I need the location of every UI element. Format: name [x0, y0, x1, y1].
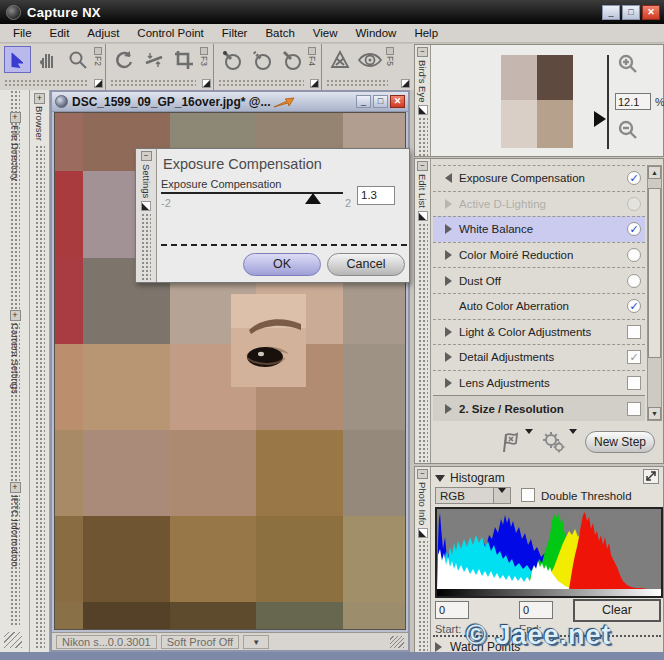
expand-triangle-icon[interactable]: [445, 378, 452, 388]
batch-dropdown-icon[interactable]: [569, 429, 577, 434]
channel-select[interactable]: RGB: [435, 487, 511, 504]
flyout-corner[interactable]: [94, 79, 103, 88]
undock-icon[interactable]: [418, 211, 428, 221]
straighten-tool[interactable]: [140, 46, 167, 73]
apply-checkbox[interactable]: [627, 325, 641, 339]
zoom-tool[interactable]: [64, 46, 91, 73]
color-control-point-tool[interactable]: [326, 46, 353, 73]
collapse-icon[interactable]: −: [141, 151, 152, 161]
window-resize-grip[interactable]: [390, 636, 404, 648]
scrollbar-thumb[interactable]: [648, 188, 661, 358]
batch-gears-icon[interactable]: [541, 430, 567, 454]
toolbar-group-button[interactable]: [386, 47, 394, 55]
exposure-value-input[interactable]: 1.3: [357, 186, 395, 205]
image-maximize-button[interactable]: □: [373, 95, 388, 108]
double-threshold-checkbox[interactable]: [521, 488, 535, 502]
expand-triangle-icon[interactable]: [435, 642, 442, 652]
red-eye-control-point-tool[interactable]: [356, 46, 383, 73]
minimize-button[interactable]: _: [602, 5, 620, 20]
undock-icon[interactable]: [141, 201, 151, 211]
flag-dropdown-icon[interactable]: [525, 429, 533, 434]
chevron-down-icon[interactable]: [493, 488, 510, 503]
histogram-plot[interactable]: [435, 507, 663, 598]
maximize-button[interactable]: □: [622, 5, 640, 20]
flyout-corner[interactable]: [202, 79, 211, 88]
edit-step-dust-off[interactable]: Dust Off: [433, 267, 645, 293]
zoom-slider-track[interactable]: [607, 55, 609, 149]
image-close-button[interactable]: ✕: [390, 95, 405, 108]
collapse-triangle-icon[interactable]: [435, 475, 445, 482]
scroll-down-icon[interactable]: ▼: [648, 407, 661, 420]
edit-step-active-d-lighting[interactable]: Active D-Lighting: [433, 191, 645, 217]
tab-iptc-information[interactable]: +IPTC Information: [5, 482, 25, 567]
photo-info-tab[interactable]: − Photo Info: [415, 467, 431, 659]
edit-step-lens-adjustments[interactable]: Lens Adjustments: [433, 370, 645, 396]
crop-tool[interactable]: [170, 46, 197, 73]
expand-icon[interactable]: +: [10, 310, 21, 321]
birds-eye-thumbnail[interactable]: [501, 55, 573, 148]
soft-proof-dropdown[interactable]: ▼: [243, 635, 269, 649]
menu-filter[interactable]: Filter: [213, 25, 257, 41]
zoom-slider-thumb[interactable]: [594, 111, 606, 127]
expand-panel-button[interactable]: [643, 469, 659, 484]
clear-button[interactable]: Clear: [573, 599, 661, 622]
expand-triangle-icon[interactable]: [445, 352, 452, 362]
expand-triangle-icon[interactable]: [445, 327, 452, 337]
zoom-in-icon[interactable]: [617, 53, 639, 75]
edit-step-2-size-resolution[interactable]: 2. Size / Resolution: [433, 395, 645, 421]
tab-file-directory[interactable]: +File Directory: [5, 112, 25, 181]
toolbar-group-button[interactable]: [94, 47, 102, 55]
expand-triangle-icon[interactable]: [445, 250, 452, 260]
rotate-tool[interactable]: [110, 46, 137, 73]
undock-icon[interactable]: [418, 528, 428, 538]
drag-grip[interactable]: [418, 117, 428, 156]
edit-step-light-color-adjustments[interactable]: Light & Color Adjustments: [433, 319, 645, 345]
flyout-corner[interactable]: [401, 79, 410, 88]
zoom-value-input[interactable]: 12.1: [615, 93, 651, 110]
menu-window[interactable]: Window: [347, 25, 406, 41]
exposure-slider-thumb[interactable]: [305, 193, 321, 204]
edit-step-detail-adjustments[interactable]: Detail Adjustments✓: [433, 344, 645, 370]
edit-step-color-moir-reduction[interactable]: Color Moiré Reduction: [433, 242, 645, 268]
tab-browser[interactable]: Browser: [34, 106, 45, 141]
hand-tool[interactable]: [34, 46, 61, 73]
apply-checkbox[interactable]: [627, 402, 641, 416]
white-control-point-tool[interactable]: [278, 46, 305, 73]
menu-control-point[interactable]: Control Point: [128, 25, 212, 41]
collapse-icon[interactable]: −: [417, 47, 428, 57]
expand-triangle-icon[interactable]: [445, 276, 452, 286]
apply-radio[interactable]: [627, 274, 641, 288]
drag-grip[interactable]: [418, 223, 428, 463]
edit-list-scrollbar[interactable]: ▲ ▼: [647, 165, 662, 421]
expand-icon[interactable]: +: [10, 482, 21, 493]
apply-checkbox[interactable]: ✓: [627, 350, 641, 364]
apply-radio[interactable]: ✓: [627, 299, 641, 313]
collapse-icon[interactable]: −: [417, 161, 428, 171]
tab-camera-settings[interactable]: +Camera Settings: [5, 310, 25, 394]
resize-grip[interactable]: [4, 632, 22, 648]
menu-view[interactable]: View: [304, 25, 347, 41]
pointer-tool[interactable]: [4, 46, 31, 73]
new-step-button[interactable]: New Step: [585, 431, 655, 453]
expand-icon[interactable]: +: [10, 112, 21, 123]
expand-triangle-icon[interactable]: [445, 199, 452, 209]
edit-step-auto-color-aberration[interactable]: Auto Color Aberration✓: [433, 293, 645, 319]
menu-batch[interactable]: Batch: [256, 25, 303, 41]
neutral-control-point-tool[interactable]: [248, 46, 275, 73]
drag-grip[interactable]: [141, 213, 151, 282]
zoom-out-icon[interactable]: [617, 119, 639, 141]
menu-edit[interactable]: Edit: [41, 25, 79, 41]
toolbar-group-button[interactable]: [200, 47, 208, 55]
version-flag-icon[interactable]: [499, 430, 523, 454]
toolbar-group-button[interactable]: [308, 47, 316, 55]
apply-radio[interactable]: ✓: [627, 222, 641, 236]
edit-step-exposure-compensation[interactable]: Exposure Compensation✓: [433, 165, 645, 191]
expand-icon[interactable]: +: [34, 93, 45, 104]
birds-eye-tab[interactable]: − Bird's Eye: [415, 45, 431, 156]
expand-triangle-icon[interactable]: [445, 404, 452, 414]
collapse-icon[interactable]: −: [417, 469, 428, 479]
ok-button[interactable]: OK: [243, 253, 321, 276]
menu-file[interactable]: File: [4, 25, 41, 41]
drag-grip[interactable]: [35, 145, 45, 648]
start-input[interactable]: 0: [435, 601, 469, 619]
